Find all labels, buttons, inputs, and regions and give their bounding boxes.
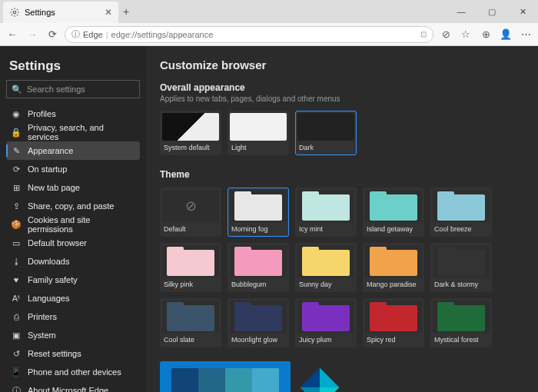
forward-button[interactable]: → xyxy=(25,28,40,40)
menu-button[interactable]: ⋯ xyxy=(518,28,533,40)
sidebar-item-share-copy-and-paste[interactable]: ⇪Share, copy, and paste xyxy=(6,197,140,215)
nav-icon: ↺ xyxy=(11,349,22,359)
theme-label: Default xyxy=(161,224,221,233)
url-input[interactable]: ⓘ Edge | edge://settings/appearance ⊡ xyxy=(65,26,433,43)
sidebar-item-downloads[interactable]: ⭳Downloads xyxy=(6,252,140,271)
maximize-button[interactable]: ▢ xyxy=(477,7,507,17)
refresh-button[interactable]: ⟳ xyxy=(45,28,60,40)
theme-label: Bubblegum xyxy=(228,279,288,288)
nav-label: Downloads xyxy=(28,257,69,266)
theme-option-default[interactable]: ⊘Default xyxy=(160,188,221,237)
sidebar-item-cookies-and-site-permissions[interactable]: 🍪Cookies and site permissions xyxy=(6,215,140,234)
theme-label: Cool breeze xyxy=(431,224,491,233)
collections-icon[interactable]: ⊕ xyxy=(478,28,493,40)
gear-icon xyxy=(9,7,20,18)
theme-swatch xyxy=(297,301,354,333)
sidebar-item-profiles[interactable]: ◉Profiles xyxy=(6,105,140,123)
settings-nav: ◉Profiles🔒Privacy, search, and services✎… xyxy=(6,105,140,392)
sidebar-item-system[interactable]: ▣System xyxy=(6,326,140,344)
reader-icon[interactable]: ⊡ xyxy=(420,30,427,38)
nav-icon: ⇪ xyxy=(11,201,22,211)
sidebar-item-reset-settings[interactable]: ↺Reset settings xyxy=(6,344,140,363)
overall-sub: Applies to new tabs, pages, dialogs and … xyxy=(160,95,524,103)
theme-option-mystical-forest[interactable]: Mystical forest xyxy=(430,298,492,347)
back-button[interactable]: ← xyxy=(5,28,20,40)
sidebar-item-languages[interactable]: AᵗLanguages xyxy=(6,289,140,307)
nav-icon: 🍪 xyxy=(11,220,22,230)
sidebar-item-about-microsoft-edge[interactable]: ⓘAbout Microsoft Edge xyxy=(6,381,140,392)
url-text: edge://settings/appearance xyxy=(111,30,214,39)
swatch xyxy=(297,113,354,141)
nav-icon: ✎ xyxy=(11,146,22,156)
sidebar-item-phone-and-other-devices[interactable]: 📱Phone and other devices xyxy=(6,363,140,381)
search-placeholder: Search settings xyxy=(27,85,85,94)
theme-option-mango-paradise[interactable]: Mango paradise xyxy=(363,243,424,292)
search-settings-input[interactable]: 🔍 Search settings xyxy=(6,80,140,98)
theme-option-dark-stormy[interactable]: Dark & stormy xyxy=(430,243,492,292)
extensions-icon[interactable]: ⊘ xyxy=(438,28,453,40)
nav-label: Appearance xyxy=(28,146,73,155)
theme-option-icy-mint[interactable]: Icy mint xyxy=(295,188,357,237)
nav-label: On startup xyxy=(28,164,67,174)
theme-option-morning-fog[interactable]: Morning fog xyxy=(227,188,289,237)
address-bar: ← → ⟳ ⓘ Edge | edge://settings/appearanc… xyxy=(0,23,538,46)
nav-label: About Microsoft Edge xyxy=(28,386,108,392)
theme-label: Mango paradise xyxy=(364,279,423,288)
theme-option-silky-pink[interactable]: Silky pink xyxy=(160,243,221,292)
theme-label: Island getaway xyxy=(364,224,423,233)
nav-icon: ⓘ xyxy=(11,385,22,393)
sidebar-item-privacy-search-and-services[interactable]: 🔒Privacy, search, and services xyxy=(6,123,140,141)
nav-label: Share, copy, and paste xyxy=(28,201,114,211)
sidebar-item-family-safety[interactable]: ♥Family safety xyxy=(6,271,140,289)
theme-swatch xyxy=(230,301,287,333)
close-tab-icon[interactable]: ✕ xyxy=(105,7,112,18)
theme-option-spicy-red[interactable]: Spicy red xyxy=(363,298,424,347)
theme-swatch xyxy=(230,245,287,277)
nav-icon: ⭳ xyxy=(11,257,22,266)
theme-option-island-getaway[interactable]: Island getaway xyxy=(363,188,424,237)
sidebar-item-appearance[interactable]: ✎Appearance xyxy=(6,141,140,160)
page-content: Settings 🔍 Search settings ◉Profiles🔒Pri… xyxy=(0,46,538,392)
appearance-option-light[interactable]: Light xyxy=(227,111,289,155)
discover-themes-button[interactable]: Discover more themes xyxy=(160,361,291,392)
appearance-option-dark[interactable]: Dark xyxy=(295,111,357,155)
nav-label: Profiles xyxy=(28,109,56,118)
theme-label: Cool slate xyxy=(161,334,221,344)
swatch xyxy=(162,113,219,141)
theme-option-juicy-plum[interactable]: Juicy plum xyxy=(295,298,357,347)
option-label: System default xyxy=(161,142,221,151)
theme-option-sunny-day[interactable]: Sunny day xyxy=(295,243,357,292)
settings-sidebar: Settings 🔍 Search settings ◉Profiles🔒Pri… xyxy=(0,46,146,392)
nav-icon: 📱 xyxy=(11,367,22,377)
close-window-button[interactable]: ✕ xyxy=(507,7,538,17)
theme-option-bubblegum[interactable]: Bubblegum xyxy=(227,243,289,292)
lock-icon: ⓘ xyxy=(71,28,80,40)
theme-option-moonlight-glow[interactable]: Moonlight glow xyxy=(227,298,289,347)
theme-label: Spicy red xyxy=(364,334,423,344)
new-tab-button[interactable]: + xyxy=(123,5,129,18)
url-engine: Edge xyxy=(83,30,103,39)
sidebar-item-on-startup[interactable]: ⟳On startup xyxy=(6,160,140,178)
nav-label: Phone and other devices xyxy=(28,367,121,377)
theme-option-cool-slate[interactable]: Cool slate xyxy=(160,298,221,347)
title-bar: Settings ✕ + — ▢ ✕ xyxy=(0,0,538,23)
theme-swatch xyxy=(365,301,422,333)
theme-label: Sunny day xyxy=(296,279,356,288)
nav-label: Reset settings xyxy=(28,349,81,358)
profile-avatar[interactable]: 👤 xyxy=(498,28,513,40)
nav-label: Privacy, search, and services xyxy=(28,123,135,141)
theme-swatch xyxy=(230,190,287,222)
nav-label: Default browser xyxy=(28,238,87,247)
browser-tab[interactable]: Settings ✕ xyxy=(3,2,118,23)
browser-window: Settings ✕ + — ▢ ✕ ← → ⟳ ⓘ Edge | edge:/… xyxy=(0,0,538,392)
appearance-option-system-default[interactable]: System default xyxy=(160,111,221,155)
sidebar-item-new-tab-page[interactable]: ⊞New tab page xyxy=(6,178,140,197)
nav-label: Cookies and site permissions xyxy=(28,215,135,234)
sidebar-item-printers[interactable]: ⎙Printers xyxy=(6,307,140,326)
minimize-button[interactable]: — xyxy=(446,7,477,17)
theme-option-cool-breeze[interactable]: Cool breeze xyxy=(430,188,492,237)
sidebar-item-default-browser[interactable]: ▭Default browser xyxy=(6,234,140,252)
favorites-icon[interactable]: ☆ xyxy=(458,28,473,40)
theme-swatch xyxy=(297,190,354,222)
option-label: Dark xyxy=(296,142,356,151)
